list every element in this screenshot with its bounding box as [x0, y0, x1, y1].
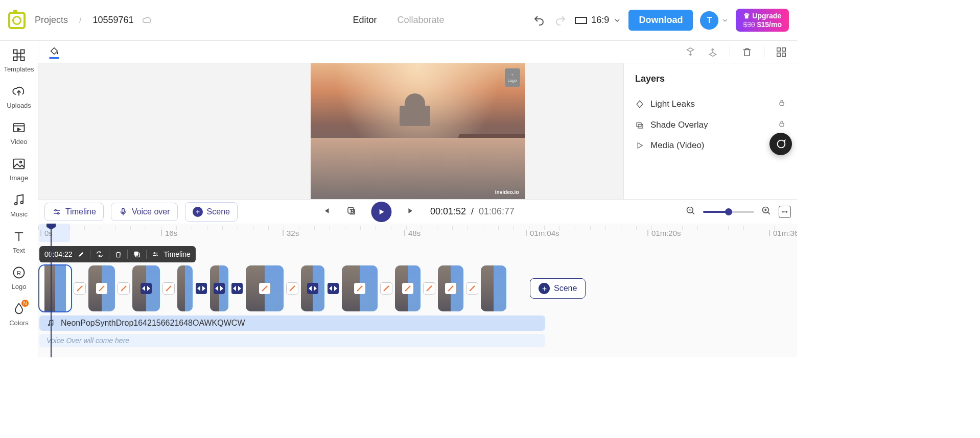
scene-clip[interactable] — [301, 265, 324, 311]
video-preview[interactable]: + Logo invideo.io — [311, 63, 525, 199]
svg-rect-4 — [21, 57, 25, 61]
transition-badge[interactable] — [196, 283, 207, 294]
play-icon — [377, 207, 386, 216]
scene-clip[interactable] — [210, 265, 228, 311]
no-transition-icon[interactable] — [402, 283, 413, 294]
logo-placeholder[interactable]: + Logo — [505, 68, 520, 87]
sidebar-item-video[interactable]: Video — [0, 120, 38, 145]
voiceover-button[interactable]: Voice over — [111, 203, 178, 221]
svg-rect-19 — [780, 123, 784, 126]
aspect-rect-icon — [575, 17, 587, 24]
scene-clip[interactable] — [342, 265, 378, 311]
svg-point-30 — [48, 325, 50, 326]
redo-icon — [553, 13, 568, 28]
scene-clip[interactable] — [39, 265, 71, 311]
pencil-icon[interactable] — [78, 251, 85, 258]
timeline-button[interactable]: Timeline — [44, 203, 104, 221]
breadcrumb-root[interactable]: Projects — [35, 15, 68, 26]
scene-clip[interactable] — [177, 265, 193, 311]
sidebar-item-logo[interactable]: R Logo — [0, 265, 38, 290]
tab-editor[interactable]: Editor — [353, 15, 377, 26]
transition-badge[interactable] — [118, 283, 129, 294]
account-menu[interactable]: T — [700, 11, 729, 30]
zoom-in-icon[interactable] — [761, 206, 772, 218]
replace-icon[interactable] — [96, 250, 104, 258]
project-name[interactable]: 10559761 — [92, 15, 133, 26]
trim-handle-left[interactable] — [39, 265, 44, 311]
scene-clip[interactable] — [395, 265, 421, 311]
loop-icon[interactable] — [345, 205, 357, 218]
sidebar-item-colors[interactable]: N Colors — [0, 302, 38, 327]
skip-end-icon[interactable] — [406, 206, 416, 218]
layer-label: Light Leaks — [650, 99, 695, 109]
timeline[interactable]: 0s16s32s48s01m:04s01m:20s01m:36s 00:04:2… — [38, 224, 797, 357]
no-transition-icon[interactable] — [354, 283, 365, 294]
transition-badge[interactable] — [231, 283, 243, 294]
send-backward-icon[interactable] — [707, 46, 718, 58]
sidebar-item-image[interactable]: Image — [0, 157, 38, 182]
fit-width-icon[interactable] — [779, 206, 791, 218]
layers-title: Layers — [635, 74, 786, 84]
transition-badge[interactable] — [287, 283, 298, 294]
transition-icon[interactable] — [141, 283, 152, 294]
skip-start-icon[interactable] — [321, 206, 331, 218]
lock-icon[interactable] — [778, 119, 786, 130]
layer-row[interactable]: Media (Video) — [635, 135, 786, 156]
no-transition-icon[interactable] — [259, 283, 270, 294]
undo-icon[interactable] — [532, 13, 546, 28]
trash-icon[interactable] — [114, 251, 122, 258]
transition-badge[interactable] — [163, 283, 174, 294]
chat-support-button[interactable] — [769, 133, 792, 155]
sliders-icon[interactable] — [152, 251, 159, 258]
duplicate-icon[interactable] — [133, 250, 141, 258]
zoom-slider[interactable] — [703, 211, 754, 213]
clip-timeline-label[interactable]: Timeline — [164, 250, 191, 258]
upgrade-new-price: $15/mo — [757, 20, 782, 29]
timeline-ruler[interactable]: 0s16s32s48s01m:04s01m:20s01m:36s — [38, 224, 797, 242]
scene-clip[interactable] — [481, 265, 506, 311]
playhead[interactable] — [51, 224, 52, 357]
scenes-track[interactable]: ＋Scene — [39, 265, 791, 311]
voiceover-track[interactable]: Voice Over will come here — [39, 334, 545, 347]
tab-collaborate[interactable]: Collaborate — [397, 15, 444, 26]
transition-badge[interactable] — [466, 283, 478, 294]
upgrade-button[interactable]: ♛Upgrade $30$15/mo — [736, 9, 789, 32]
ruler-tick: 01m:04s — [526, 224, 559, 242]
layer-row[interactable]: Shade Overlay — [635, 114, 786, 135]
trim-handle-right[interactable] — [66, 265, 71, 311]
audio-track[interactable]: NeonPopSynthDrop1642156621648OAWKQWCW — [39, 315, 545, 331]
scene-clip[interactable] — [438, 265, 463, 311]
transition-badge[interactable] — [424, 283, 435, 294]
transition-badge[interactable] — [328, 283, 339, 294]
app-logo[interactable] — [8, 12, 26, 29]
background-color-tool[interactable] — [49, 45, 60, 59]
play-button[interactable] — [371, 202, 391, 222]
voiceover-placeholder: Voice Over will come here — [46, 336, 129, 345]
no-transition-icon[interactable] — [445, 283, 456, 294]
image-icon — [12, 157, 26, 171]
transition-badge[interactable] — [74, 283, 85, 294]
zoom-out-icon[interactable] — [686, 206, 696, 218]
transition-icon[interactable] — [214, 283, 225, 294]
transition-badge[interactable] — [381, 283, 392, 294]
bring-forward-icon[interactable] — [685, 46, 696, 58]
scene-button-label: Scene — [207, 207, 230, 216]
scene-clip[interactable] — [246, 265, 284, 311]
sidebar-item-uploads[interactable]: Uploads — [0, 84, 38, 109]
sidebar-item-music[interactable]: Music — [0, 193, 38, 218]
transition-icon[interactable] — [307, 283, 318, 294]
download-button[interactable]: Download — [628, 10, 693, 31]
aspect-ratio-selector[interactable]: 16:9 — [575, 15, 621, 26]
lock-icon[interactable] — [778, 99, 786, 109]
trash-icon[interactable] — [741, 46, 753, 58]
add-scene-control-button[interactable]: ＋ Scene — [185, 202, 238, 222]
layer-row[interactable]: Light Leaks — [635, 93, 786, 114]
grid-icon[interactable] — [776, 46, 787, 58]
breadcrumb-sep: / — [79, 16, 81, 25]
sidebar-item-text[interactable]: Text — [0, 229, 38, 254]
scene-clip[interactable] — [132, 265, 160, 311]
sidebar-item-templates[interactable]: Templates — [0, 48, 38, 73]
scene-clip[interactable] — [88, 265, 115, 311]
no-transition-icon[interactable] — [96, 283, 107, 294]
add-scene-button[interactable]: ＋Scene — [530, 278, 586, 299]
